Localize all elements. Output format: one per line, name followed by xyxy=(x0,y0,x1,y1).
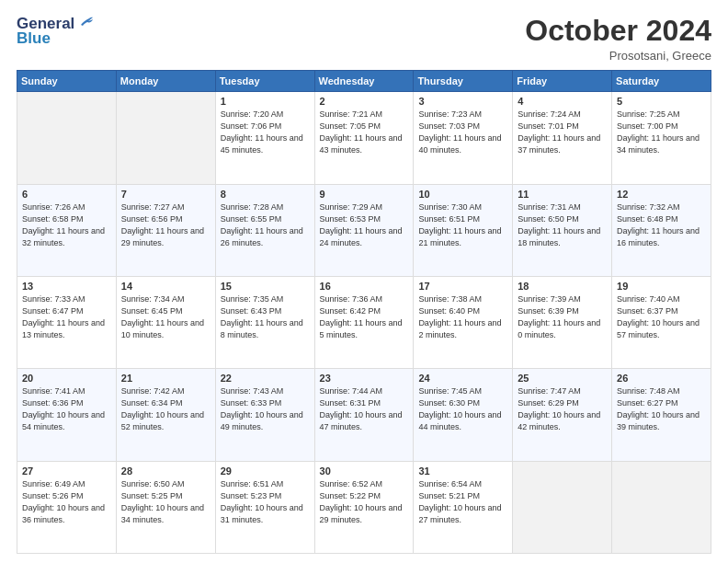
header: General Blue October 2024 Prosotsani, Gr… xyxy=(17,15,711,63)
calendar-day: 31Sunrise: 6:54 AM Sunset: 5:21 PM Dayli… xyxy=(414,461,513,553)
calendar-day: 27Sunrise: 6:49 AM Sunset: 5:26 PM Dayli… xyxy=(17,461,117,553)
page: General Blue October 2024 Prosotsani, Gr… xyxy=(0,0,728,563)
day-info: Sunrise: 7:31 AM Sunset: 6:50 PM Dayligh… xyxy=(518,201,607,249)
logo-blue: Blue xyxy=(17,29,51,48)
day-info: Sunrise: 7:29 AM Sunset: 6:53 PM Dayligh… xyxy=(320,201,409,249)
day-info: Sunrise: 7:28 AM Sunset: 6:55 PM Dayligh… xyxy=(221,201,310,249)
day-number: 11 xyxy=(518,189,607,200)
calendar-day: 28Sunrise: 6:50 AM Sunset: 5:25 PM Dayli… xyxy=(116,461,215,553)
day-info: Sunrise: 6:52 AM Sunset: 5:22 PM Dayligh… xyxy=(320,478,409,526)
title-area: October 2024 Prosotsani, Greece xyxy=(525,15,711,63)
calendar-week-3: 13Sunrise: 7:33 AM Sunset: 6:47 PM Dayli… xyxy=(17,276,711,368)
day-number: 4 xyxy=(518,96,607,107)
day-info: Sunrise: 7:30 AM Sunset: 6:51 PM Dayligh… xyxy=(418,201,507,249)
logo-bird-icon xyxy=(76,15,95,33)
calendar-day: 12Sunrise: 7:32 AM Sunset: 6:48 PM Dayli… xyxy=(612,184,711,276)
calendar-day: 22Sunrise: 7:43 AM Sunset: 6:33 PM Dayli… xyxy=(215,369,314,461)
calendar-day: 4Sunrise: 7:24 AM Sunset: 7:01 PM Daylig… xyxy=(513,92,612,184)
day-info: Sunrise: 6:49 AM Sunset: 5:26 PM Dayligh… xyxy=(22,478,111,526)
calendar-header-thursday: Thursday xyxy=(414,71,513,92)
day-number: 29 xyxy=(221,465,310,477)
day-info: Sunrise: 7:43 AM Sunset: 6:33 PM Dayligh… xyxy=(221,385,310,433)
day-number: 22 xyxy=(221,373,310,384)
day-number: 23 xyxy=(320,373,409,384)
day-number: 27 xyxy=(22,465,111,477)
day-info: Sunrise: 7:44 AM Sunset: 6:31 PM Dayligh… xyxy=(320,385,409,433)
calendar-day: 23Sunrise: 7:44 AM Sunset: 6:31 PM Dayli… xyxy=(314,369,414,461)
calendar-header-sunday: Sunday xyxy=(17,71,117,92)
calendar-week-1: 1Sunrise: 7:20 AM Sunset: 7:06 PM Daylig… xyxy=(17,92,711,184)
day-info: Sunrise: 7:40 AM Sunset: 6:37 PM Dayligh… xyxy=(617,293,706,341)
day-info: Sunrise: 7:41 AM Sunset: 6:36 PM Dayligh… xyxy=(22,385,111,433)
calendar-day: 16Sunrise: 7:36 AM Sunset: 6:42 PM Dayli… xyxy=(314,276,414,368)
calendar-day: 21Sunrise: 7:42 AM Sunset: 6:34 PM Dayli… xyxy=(116,369,215,461)
calendar-day xyxy=(116,92,215,184)
day-number: 28 xyxy=(121,465,210,477)
calendar-day: 6Sunrise: 7:26 AM Sunset: 6:58 PM Daylig… xyxy=(17,184,117,276)
day-info: Sunrise: 7:26 AM Sunset: 6:58 PM Dayligh… xyxy=(22,201,111,249)
calendar-day: 14Sunrise: 7:34 AM Sunset: 6:45 PM Dayli… xyxy=(116,276,215,368)
day-info: Sunrise: 7:21 AM Sunset: 7:05 PM Dayligh… xyxy=(320,109,409,156)
day-number: 12 xyxy=(617,189,706,200)
day-number: 25 xyxy=(518,373,607,384)
day-info: Sunrise: 7:42 AM Sunset: 6:34 PM Dayligh… xyxy=(121,385,210,433)
calendar-header-tuesday: Tuesday xyxy=(215,71,314,92)
day-number: 18 xyxy=(518,281,607,292)
calendar-day: 2Sunrise: 7:21 AM Sunset: 7:05 PM Daylig… xyxy=(314,92,414,184)
calendar-day: 29Sunrise: 6:51 AM Sunset: 5:23 PM Dayli… xyxy=(215,461,314,553)
day-info: Sunrise: 7:47 AM Sunset: 6:29 PM Dayligh… xyxy=(518,385,607,433)
calendar-day: 17Sunrise: 7:38 AM Sunset: 6:40 PM Dayli… xyxy=(414,276,513,368)
day-info: Sunrise: 7:24 AM Sunset: 7:01 PM Dayligh… xyxy=(518,109,607,156)
day-number: 2 xyxy=(320,96,409,107)
calendar-day: 20Sunrise: 7:41 AM Sunset: 6:36 PM Dayli… xyxy=(17,369,117,461)
day-info: Sunrise: 7:33 AM Sunset: 6:47 PM Dayligh… xyxy=(22,293,111,341)
day-number: 20 xyxy=(22,373,111,384)
month-title: October 2024 xyxy=(525,15,711,47)
calendar-day: 9Sunrise: 7:29 AM Sunset: 6:53 PM Daylig… xyxy=(314,184,414,276)
day-number: 7 xyxy=(121,189,210,200)
calendar-week-4: 20Sunrise: 7:41 AM Sunset: 6:36 PM Dayli… xyxy=(17,369,711,461)
calendar-day xyxy=(612,461,711,553)
day-number: 15 xyxy=(221,281,310,292)
day-number: 30 xyxy=(320,465,409,477)
calendar-day: 15Sunrise: 7:35 AM Sunset: 6:43 PM Dayli… xyxy=(215,276,314,368)
day-number: 16 xyxy=(320,281,409,292)
calendar-week-2: 6Sunrise: 7:26 AM Sunset: 6:58 PM Daylig… xyxy=(17,184,711,276)
calendar-day xyxy=(17,92,117,184)
day-number: 19 xyxy=(617,281,706,292)
day-info: Sunrise: 7:27 AM Sunset: 6:56 PM Dayligh… xyxy=(121,201,210,249)
day-info: Sunrise: 7:34 AM Sunset: 6:45 PM Dayligh… xyxy=(121,293,210,341)
day-number: 5 xyxy=(617,96,706,107)
calendar-day: 8Sunrise: 7:28 AM Sunset: 6:55 PM Daylig… xyxy=(215,184,314,276)
calendar-day: 10Sunrise: 7:30 AM Sunset: 6:51 PM Dayli… xyxy=(414,184,513,276)
day-number: 8 xyxy=(221,189,310,200)
day-info: Sunrise: 7:32 AM Sunset: 6:48 PM Dayligh… xyxy=(617,201,706,249)
day-number: 21 xyxy=(121,373,210,384)
day-info: Sunrise: 7:36 AM Sunset: 6:42 PM Dayligh… xyxy=(320,293,409,341)
calendar-day: 3Sunrise: 7:23 AM Sunset: 7:03 PM Daylig… xyxy=(414,92,513,184)
calendar-day: 18Sunrise: 7:39 AM Sunset: 6:39 PM Dayli… xyxy=(513,276,612,368)
day-info: Sunrise: 6:51 AM Sunset: 5:23 PM Dayligh… xyxy=(221,478,310,526)
calendar-header-friday: Friday xyxy=(513,71,612,92)
day-number: 1 xyxy=(221,96,310,107)
day-number: 17 xyxy=(418,281,507,292)
day-info: Sunrise: 7:25 AM Sunset: 7:00 PM Dayligh… xyxy=(617,109,706,156)
day-number: 13 xyxy=(22,281,111,292)
calendar-day: 19Sunrise: 7:40 AM Sunset: 6:37 PM Dayli… xyxy=(612,276,711,368)
calendar-header-monday: Monday xyxy=(116,71,215,92)
day-number: 24 xyxy=(418,373,507,384)
calendar-day xyxy=(513,461,612,553)
calendar-day: 24Sunrise: 7:45 AM Sunset: 6:30 PM Dayli… xyxy=(414,369,513,461)
day-info: Sunrise: 7:35 AM Sunset: 6:43 PM Dayligh… xyxy=(221,293,310,341)
day-number: 31 xyxy=(418,465,507,477)
calendar-day: 5Sunrise: 7:25 AM Sunset: 7:00 PM Daylig… xyxy=(612,92,711,184)
day-number: 3 xyxy=(418,96,507,107)
logo: General Blue xyxy=(17,15,95,48)
calendar-day: 13Sunrise: 7:33 AM Sunset: 6:47 PM Dayli… xyxy=(17,276,117,368)
day-info: Sunrise: 7:23 AM Sunset: 7:03 PM Dayligh… xyxy=(418,109,507,156)
calendar-day: 11Sunrise: 7:31 AM Sunset: 6:50 PM Dayli… xyxy=(513,184,612,276)
day-info: Sunrise: 6:54 AM Sunset: 5:21 PM Dayligh… xyxy=(418,478,507,526)
day-number: 26 xyxy=(617,373,706,384)
calendar-day: 30Sunrise: 6:52 AM Sunset: 5:22 PM Dayli… xyxy=(314,461,414,553)
day-info: Sunrise: 7:48 AM Sunset: 6:27 PM Dayligh… xyxy=(617,385,706,433)
